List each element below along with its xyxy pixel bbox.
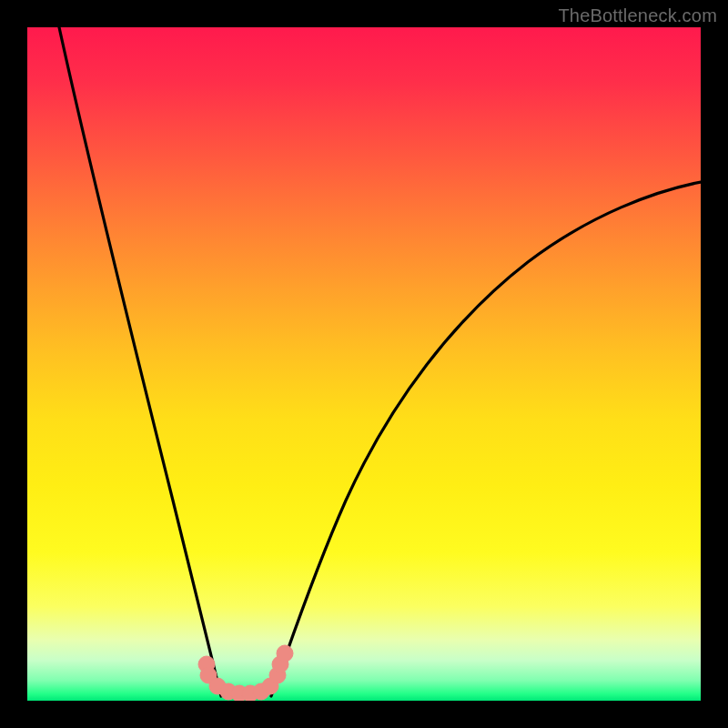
chart-frame: TheBottleneck.com (0, 0, 728, 728)
curve-right-branch (271, 182, 701, 696)
curve-left-branch (59, 27, 221, 696)
marker-worm-group (198, 645, 293, 701)
chart-svg (27, 27, 701, 701)
svg-point-10 (277, 645, 293, 662)
plot-area (27, 27, 701, 701)
watermark-text: TheBottleneck.com (558, 5, 717, 26)
